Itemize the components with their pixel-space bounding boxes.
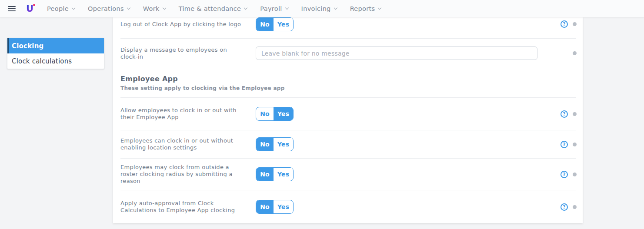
nav-item-label: Operations	[88, 5, 124, 12]
logout-logo-toggle[interactable]: No Yes	[256, 17, 294, 31]
chevron-down-icon	[334, 6, 337, 10]
no-location-toggle[interactable]: No Yes	[256, 137, 294, 151]
setting-row-allow-clock-app: Allow employees to clock in or out with …	[113, 98, 583, 130]
auto-approval-toggle[interactable]: No Yes	[256, 200, 294, 214]
setting-label: Allow employees to clock in or out with …	[120, 107, 256, 121]
status-dot-icon	[573, 205, 577, 209]
setting-label: Employees can clock in or out without en…	[120, 137, 256, 151]
chevron-down-icon	[127, 6, 130, 10]
status-dot-icon	[573, 173, 577, 176]
sidebar-item-label: Clock calculations	[12, 57, 72, 65]
nav-item-label: Work	[143, 5, 160, 12]
setting-row-outside-radius: Employees may clock from outside a roste…	[113, 159, 583, 190]
toggle-no-option[interactable]: No	[256, 107, 274, 120]
logo-dot-icon	[33, 4, 35, 6]
section-title: Employee App	[120, 75, 178, 83]
nav-item-label: Payroll	[260, 5, 282, 12]
toggle-yes-option[interactable]: Yes	[274, 18, 293, 31]
logo-letter: U	[26, 3, 33, 14]
chevron-down-icon	[162, 6, 166, 10]
toggle-yes-option[interactable]: Yes	[274, 107, 293, 120]
status-dot-icon	[573, 112, 577, 116]
nav-item-label: Reports	[350, 5, 375, 12]
sidebar-item-clocking[interactable]: Clocking	[7, 38, 104, 53]
nav-item-work[interactable]: Work	[137, 0, 172, 17]
nav-item-label: Invoicing	[301, 5, 331, 12]
employee-app-section-header: Employee App These setting apply to cloc…	[113, 68, 583, 97]
help-icon[interactable]: ?	[561, 141, 568, 148]
toggle-no-option[interactable]: No	[256, 168, 274, 181]
setting-row-clockin-message: Display a message to employees on clock-…	[113, 39, 583, 68]
toggle-yes-option[interactable]: Yes	[274, 200, 293, 213]
sidebar-item-label: Clocking	[12, 42, 43, 50]
toggle-no-option[interactable]: No	[256, 18, 274, 31]
outside-radius-toggle[interactable]: No Yes	[256, 167, 294, 181]
setting-row-no-location: Employees can clock in or out without en…	[113, 130, 583, 158]
nav-item-invoicing[interactable]: Invoicing	[295, 0, 344, 17]
nav-item-label: Time & attendance	[179, 5, 241, 12]
toggle-no-option[interactable]: No	[256, 200, 274, 213]
chevron-down-icon	[72, 6, 75, 10]
setting-row-auto-approval: Apply auto-approval from Clock Calculati…	[113, 190, 583, 223]
nav-item-people[interactable]: People	[40, 0, 81, 17]
status-dot-icon	[573, 143, 577, 146]
toggle-yes-option[interactable]: Yes	[274, 138, 293, 151]
nav-item-operations[interactable]: Operations	[81, 0, 137, 17]
chevron-down-icon	[378, 6, 381, 10]
status-dot-icon	[573, 22, 577, 26]
help-icon[interactable]: ?	[561, 20, 568, 28]
toggle-no-option[interactable]: No	[256, 138, 274, 151]
nav-item-label: People	[47, 5, 69, 12]
sidebar-item-clock-calculations[interactable]: Clock calculations	[7, 53, 104, 69]
clocking-settings-panel: Log out of Clock App by clicking the log…	[113, 17, 583, 223]
section-subtitle: These setting apply to clocking via the …	[120, 85, 285, 91]
nav-item-payroll[interactable]: Payroll	[254, 0, 294, 17]
setting-label: Display a message to employees on clock-…	[120, 46, 256, 60]
main-nav-menu: People Operations Work Time & attendance…	[40, 0, 387, 17]
top-navbar: U People Operations Work Time & attendan…	[0, 0, 644, 17]
allow-clock-app-toggle[interactable]: No Yes	[256, 107, 294, 121]
setting-row-logout-logo: Log out of Clock App by clicking the log…	[113, 17, 583, 38]
help-icon[interactable]: ?	[561, 203, 568, 211]
setting-label: Log out of Clock App by clicking the log…	[120, 21, 256, 28]
setting-label: Apply auto-approval from Clock Calculati…	[120, 200, 256, 214]
hamburger-menu-icon[interactable]	[8, 6, 16, 11]
nav-item-time-attendance[interactable]: Time & attendance	[172, 0, 254, 17]
help-icon[interactable]: ?	[561, 171, 568, 178]
status-dot-icon	[573, 51, 577, 55]
chevron-down-icon	[244, 6, 247, 10]
setting-label: Employees may clock from outside a roste…	[120, 164, 256, 185]
nav-item-reports[interactable]: Reports	[344, 0, 388, 17]
settings-sidebar: Clocking Clock calculations	[7, 38, 104, 69]
toggle-yes-option[interactable]: Yes	[274, 168, 293, 181]
help-icon[interactable]: ?	[561, 110, 568, 118]
app-logo[interactable]: U	[26, 4, 33, 13]
chevron-down-icon	[285, 6, 288, 10]
clockin-message-input[interactable]	[256, 46, 537, 60]
